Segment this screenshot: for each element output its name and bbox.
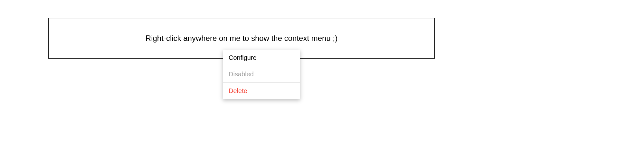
instruction-text: Right-click anywhere on me to show the c… bbox=[146, 34, 337, 43]
context-menu: Configure Disabled Delete bbox=[223, 50, 300, 99]
menu-item-delete[interactable]: Delete bbox=[223, 83, 300, 99]
menu-item-configure[interactable]: Configure bbox=[223, 50, 300, 66]
menu-item-disabled: Disabled bbox=[223, 66, 300, 82]
